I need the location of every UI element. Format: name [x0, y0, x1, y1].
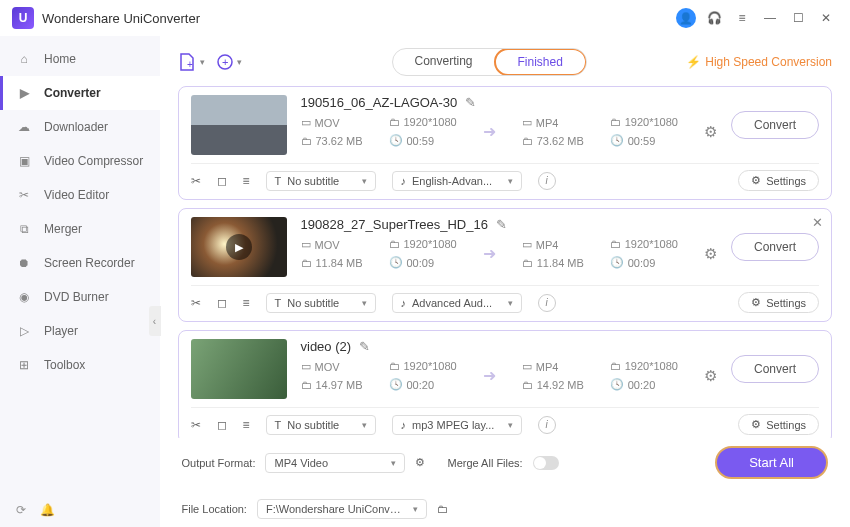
output-settings-icon[interactable]: ⚙ — [704, 123, 717, 141]
video-icon: ▭ — [522, 116, 532, 129]
merge-toggle[interactable] — [533, 456, 559, 470]
video-thumbnail[interactable] — [191, 339, 287, 399]
folder-icon: 🗀 — [610, 116, 621, 128]
crop-icon[interactable]: ◻ — [217, 296, 227, 310]
output-settings-icon[interactable]: ⚙ — [704, 245, 717, 263]
effects-icon[interactable]: ≡ — [243, 418, 250, 432]
video-icon: ▭ — [301, 116, 311, 129]
sidebar-item-merger[interactable]: ⧉Merger — [0, 212, 160, 246]
format-settings-icon[interactable]: ⚙ — [415, 456, 425, 469]
effects-icon[interactable]: ≡ — [243, 296, 250, 310]
subtitle-dropdown[interactable]: TNo subtitle▾ — [266, 415, 376, 435]
dst-dur: 00:59 — [628, 135, 656, 147]
edit-name-icon[interactable]: ✎ — [496, 217, 507, 232]
add-url-button[interactable]: + ▾ — [215, 52, 242, 72]
sidebar-item-label: Screen Recorder — [44, 256, 135, 270]
sidebar-item-converter[interactable]: ▶Converter — [0, 76, 160, 110]
merge-icon: ⧉ — [16, 221, 32, 237]
clock-icon: 🕓 — [610, 134, 624, 147]
folder-icon: 🗀 — [522, 135, 533, 147]
sidebar-item-compressor[interactable]: ▣Video Compressor — [0, 144, 160, 178]
minimize-icon[interactable]: — — [758, 6, 782, 30]
sidebar-item-label: Player — [44, 324, 78, 338]
settings-button[interactable]: ⚙Settings — [738, 414, 819, 435]
menu-icon[interactable]: ≡ — [730, 6, 754, 30]
home-icon: ⌂ — [16, 51, 32, 67]
svg-text:+: + — [222, 56, 228, 68]
trim-icon[interactable]: ✂ — [191, 174, 201, 188]
file-card: ✕ ▶ 190828_27_SuperTrees_HD_16✎ ▭MOV 🗀11… — [178, 208, 833, 322]
folder-icon: 🗀 — [301, 135, 312, 147]
headset-icon[interactable]: 🎧 — [702, 6, 726, 30]
grid-icon: ⊞ — [16, 357, 32, 373]
bolt-icon: ⚡ — [686, 55, 701, 69]
remove-file-icon[interactable]: ✕ — [812, 215, 823, 230]
trim-icon[interactable]: ✂ — [191, 418, 201, 432]
maximize-icon[interactable]: ☐ — [786, 6, 810, 30]
compress-icon: ▣ — [16, 153, 32, 169]
sidebar-item-downloader[interactable]: ☁Downloader — [0, 110, 160, 144]
sidebar-collapse[interactable]: ‹ — [149, 306, 161, 336]
edit-name-icon[interactable]: ✎ — [359, 339, 370, 354]
src-res: 1920*1080 — [404, 116, 457, 128]
settings-button[interactable]: ⚙Settings — [738, 292, 819, 313]
start-all-button[interactable]: Start All — [715, 446, 828, 479]
user-avatar[interactable]: 👤 — [674, 6, 698, 30]
effects-icon[interactable]: ≡ — [243, 174, 250, 188]
close-icon[interactable]: ✕ — [814, 6, 838, 30]
info-icon[interactable]: i — [538, 416, 556, 434]
settings-button[interactable]: ⚙Settings — [738, 170, 819, 191]
subtitle-dropdown[interactable]: TNo subtitle▾ — [266, 171, 376, 191]
sidebar-item-dvd[interactable]: ◉DVD Burner — [0, 280, 160, 314]
src-dur: 00:59 — [407, 135, 435, 147]
video-thumbnail[interactable]: ▶ — [191, 217, 287, 277]
sidebar-item-player[interactable]: ▷Player — [0, 314, 160, 348]
video-thumbnail[interactable] — [191, 95, 287, 155]
info-icon[interactable]: i — [538, 172, 556, 190]
tab-converting[interactable]: Converting — [393, 49, 495, 75]
add-file-button[interactable]: + ▾ — [178, 52, 205, 72]
crop-icon[interactable]: ◻ — [217, 174, 227, 188]
titlebar: U Wondershare UniConverter 👤 🎧 ≡ — ☐ ✕ — [0, 0, 850, 36]
app-title: Wondershare UniConverter — [42, 11, 200, 26]
sidebar-item-toolbox[interactable]: ⊞Toolbox — [0, 348, 160, 382]
folder-icon: 🗀 — [389, 116, 400, 128]
audio-dropdown[interactable]: ♪English-Advan...▾ — [392, 171, 522, 191]
open-folder-icon[interactable]: 🗀 — [437, 503, 448, 515]
high-speed-toggle[interactable]: ⚡High Speed Conversion — [686, 55, 832, 69]
play-icon: ▷ — [16, 323, 32, 339]
audio-dropdown[interactable]: ♪mp3 MPEG lay...▾ — [392, 415, 522, 435]
output-format-dropdown[interactable]: MP4 Video▾ — [265, 453, 405, 473]
clock-icon: 🕓 — [389, 134, 403, 147]
trim-icon[interactable]: ✂ — [191, 296, 201, 310]
convert-button[interactable]: Convert — [731, 111, 819, 139]
merge-label: Merge All Files: — [447, 457, 522, 469]
convert-button[interactable]: Convert — [731, 355, 819, 383]
file-card: video (2)✎ ▭MOV 🗀14.97 MB 🗀1920*1080 🕓00… — [178, 330, 833, 438]
bell-icon[interactable]: 🔔 — [40, 503, 55, 517]
sidebar-item-home[interactable]: ⌂Home — [0, 42, 160, 76]
audio-dropdown[interactable]: ♪Advanced Aud...▾ — [392, 293, 522, 313]
output-settings-icon[interactable]: ⚙ — [704, 367, 717, 385]
arrow-icon: ➜ — [479, 122, 500, 141]
file-name: 190828_27_SuperTrees_HD_16 — [301, 217, 488, 232]
sidebar-item-label: Merger — [44, 222, 82, 236]
sidebar-item-editor[interactable]: ✂Video Editor — [0, 178, 160, 212]
info-icon[interactable]: i — [538, 294, 556, 312]
subtitle-dropdown[interactable]: TNo subtitle▾ — [266, 293, 376, 313]
file-name: 190516_06_AZ-LAGOA-30 — [301, 95, 458, 110]
crop-icon[interactable]: ◻ — [217, 418, 227, 432]
svg-text:+: + — [187, 59, 193, 70]
app-logo: U — [12, 7, 34, 29]
file-location-dropdown[interactable]: F:\Wondershare UniConverter▾ — [257, 499, 427, 519]
refresh-icon[interactable]: ⟳ — [16, 503, 26, 517]
edit-name-icon[interactable]: ✎ — [465, 95, 476, 110]
file-location-label: File Location: — [182, 503, 247, 515]
sidebar: ⌂Home ▶Converter ☁Downloader ▣Video Comp… — [0, 36, 160, 527]
tab-finished[interactable]: Finished — [494, 48, 587, 76]
convert-button[interactable]: Convert — [731, 233, 819, 261]
scissors-icon: ✂ — [16, 187, 32, 203]
sidebar-item-recorder[interactable]: ⏺Screen Recorder — [0, 246, 160, 280]
arrow-icon: ➜ — [479, 366, 500, 385]
record-icon: ⏺ — [16, 255, 32, 271]
